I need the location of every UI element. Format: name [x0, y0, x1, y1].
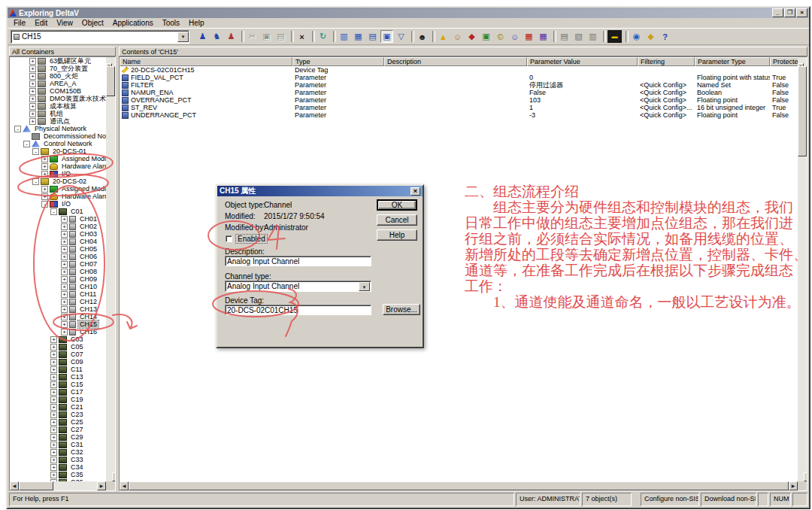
- browse-button[interactable]: Browse...: [383, 304, 420, 315]
- expand-toggle-icon[interactable]: +: [29, 96, 36, 102]
- expand-toggle-icon[interactable]: -: [41, 201, 48, 208]
- bookmark-icon[interactable]: ◆: [465, 30, 478, 43]
- tree-item[interactable]: + CH14: [10, 313, 106, 320]
- expand-toggle-icon[interactable]: +: [41, 171, 48, 178]
- details-view-icon[interactable]: ▣: [380, 30, 393, 43]
- expand-toggle-icon[interactable]: +: [41, 163, 48, 170]
- expand-toggle-icon[interactable]: -: [14, 126, 21, 132]
- scroll-thumb[interactable]: [106, 66, 115, 96]
- license-icon[interactable]: ©: [494, 30, 507, 43]
- expand-toggle-icon[interactable]: +: [50, 411, 57, 418]
- expand-toggle-icon[interactable]: +: [61, 321, 68, 328]
- expand-toggle-icon[interactable]: +: [61, 231, 68, 238]
- tree-item[interactable]: + C15: [10, 381, 106, 388]
- tree-item[interactable]: + C34: [10, 463, 106, 471]
- tree-item[interactable]: + Hardware Alarm: [10, 193, 106, 200]
- tree-item[interactable]: + Assigned Module: [10, 155, 106, 162]
- expand-toggle-icon[interactable]: +: [29, 118, 36, 125]
- expand-toggle-icon[interactable]: +: [61, 238, 68, 245]
- large-icons-icon[interactable]: ▥: [338, 30, 350, 43]
- tree-item[interactable]: + C32: [10, 448, 106, 456]
- select-dropdown-arrow-icon[interactable]: [359, 282, 370, 291]
- expand-toggle-icon[interactable]: +: [29, 88, 36, 95]
- expand-toggle-icon[interactable]: +: [61, 299, 68, 305]
- tree-item[interactable]: + C21: [10, 403, 106, 411]
- expand-toggle-icon[interactable]: +: [29, 65, 36, 72]
- tree-item[interactable]: + C27: [10, 426, 106, 433]
- list-horizontal-scrollbar[interactable]: [120, 481, 798, 490]
- alarm-bell-icon[interactable]: ▲: [437, 30, 450, 43]
- scroll-right-icon[interactable]: [789, 481, 798, 490]
- table-row[interactable]: 20-DCS-02C01CH15 Device Tag: [120, 66, 798, 74]
- menu-item[interactable]: Applications: [108, 19, 158, 27]
- user-browser-icon[interactable]: ♟: [225, 30, 238, 43]
- security-icon[interactable]: ☻: [416, 30, 429, 43]
- tree-item[interactable]: + C25: [10, 418, 106, 426]
- tree-item[interactable]: + C13: [10, 373, 106, 381]
- menu-item[interactable]: Object: [77, 19, 108, 27]
- menu-item[interactable]: Edit: [30, 19, 52, 27]
- menu-item[interactable]: View: [52, 19, 77, 27]
- tree-item[interactable]: + CH16: [10, 328, 106, 335]
- operator-icon[interactable]: ☺: [451, 30, 464, 43]
- tree-item[interactable]: + CH09: [10, 275, 106, 283]
- tree-item[interactable]: + CH03: [10, 230, 106, 238]
- tree-vertical-scrollbar[interactable]: [106, 57, 115, 481]
- expand-toggle-icon[interactable]: +: [61, 223, 68, 230]
- history-view-icon[interactable]: ▤: [558, 30, 571, 43]
- context-help-icon[interactable]: ?: [659, 30, 671, 43]
- menu-item[interactable]: Help: [184, 19, 209, 27]
- expand-toggle-icon[interactable]: +: [61, 284, 68, 290]
- table-row[interactable]: OVERRANGE_PCT Parameter 103 <Quick Confi…: [120, 96, 798, 104]
- tree-item[interactable]: + C09: [10, 358, 106, 366]
- tree-item[interactable]: + C31: [10, 441, 106, 448]
- expand-toggle-icon[interactable]: +: [50, 419, 57, 426]
- tree-item[interactable]: + CH12: [10, 298, 106, 305]
- expand-toggle-icon[interactable]: +: [50, 396, 57, 403]
- ok-button[interactable]: OK: [377, 199, 417, 211]
- small-icons-icon[interactable]: ▦: [352, 30, 365, 43]
- scroll-thumb[interactable]: [19, 481, 53, 490]
- trend-view-icon[interactable]: ▧: [572, 30, 585, 43]
- tree-item[interactable]: + C23: [10, 411, 106, 418]
- scroll-right-icon[interactable]: [97, 481, 106, 490]
- list-vertical-scrollbar[interactable]: [798, 57, 807, 481]
- copy-icon[interactable]: ▣: [260, 30, 273, 43]
- expand-toggle-icon[interactable]: +: [50, 366, 57, 373]
- refresh-icon[interactable]: ↻: [317, 30, 329, 43]
- paste-icon[interactable]: ▤: [274, 30, 287, 43]
- expand-toggle-icon[interactable]: +: [61, 261, 68, 268]
- tree-item[interactable]: + I/O: [10, 170, 106, 178]
- tree-item[interactable]: + CH06: [10, 253, 106, 260]
- column-header-filtering[interactable]: Filtering: [638, 57, 695, 66]
- device-tag-input[interactable]: [225, 305, 371, 315]
- object-combobox[interactable]: CH15: [11, 30, 189, 44]
- enabled-checkbox[interactable]: [226, 235, 232, 242]
- expand-toggle-icon[interactable]: +: [50, 404, 57, 411]
- expand-toggle-icon[interactable]: +: [50, 472, 57, 478]
- list-view-icon[interactable]: ▤: [366, 30, 379, 43]
- table-row[interactable]: ST_REV Parameter 1 <Quick Config>... 16 …: [120, 104, 798, 111]
- expand-toggle-icon[interactable]: -: [23, 141, 30, 147]
- tree-item[interactable]: + CH04: [10, 238, 106, 245]
- scroll-left-icon[interactable]: [10, 481, 19, 490]
- online-help-icon[interactable]: ◉: [630, 30, 643, 43]
- menu-item[interactable]: Tools: [158, 19, 184, 27]
- tree-item[interactable]: - 20-DCS-02: [10, 178, 106, 185]
- tree-item[interactable]: + CH05: [10, 245, 106, 253]
- tree-item[interactable]: + 800_火炬: [10, 72, 106, 80]
- tree-item[interactable]: + CH02: [10, 223, 106, 230]
- expand-toggle-icon[interactable]: +: [61, 314, 68, 320]
- menu-item[interactable]: File: [9, 19, 30, 27]
- tree-item[interactable]: + CH13: [10, 305, 106, 313]
- tree-item[interactable]: + CH08: [10, 268, 106, 275]
- table-row[interactable]: FIELD_VAL_PCT Parameter 0 Floating point…: [120, 74, 798, 81]
- expand-toggle-icon[interactable]: +: [61, 306, 68, 313]
- column-header-type[interactable]: Type: [292, 57, 384, 66]
- tree-item[interactable]: + C29: [10, 433, 106, 441]
- expand-toggle-icon[interactable]: +: [29, 80, 36, 87]
- expand-toggle-icon[interactable]: +: [41, 193, 48, 200]
- column-header-name[interactable]: Name: [120, 57, 292, 66]
- tree-item[interactable]: + CH11: [10, 290, 106, 298]
- dialog-close-icon[interactable]: ×: [411, 187, 420, 196]
